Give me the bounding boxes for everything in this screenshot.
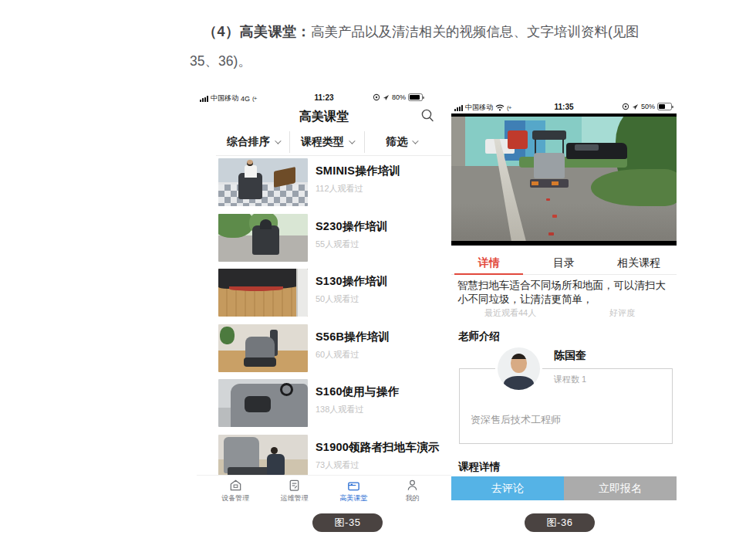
section-heading: （4）高美课堂：高美产品以及清洁相关的视频信息、文字培训资料(见图 35、36)… <box>190 17 714 76</box>
tab-detail[interactable]: 详情 <box>451 252 526 274</box>
status-right: 80% <box>373 93 423 101</box>
battery-percent: 80% <box>392 93 406 101</box>
thumb-trees <box>218 214 253 238</box>
thumb-machine <box>245 337 275 368</box>
teacher-course-count: 课程数 1 <box>554 374 586 385</box>
rotation-lock-icon <box>622 103 629 110</box>
scene-red-vehicle <box>508 130 528 149</box>
course-views: 55人观看过 <box>316 239 387 250</box>
teacher-job-title: 资深售后技术工程师 <box>471 413 561 427</box>
course-info: SMINIS操作培训 112人观看过 <box>316 158 400 206</box>
action-buttons: 去评论 立即报名 <box>451 476 677 500</box>
tab-label: 运维管理 <box>281 493 309 503</box>
course-views: 138人观看过 <box>316 404 399 415</box>
filter-sort-label: 综合排序 <box>227 135 270 149</box>
filter-filter[interactable]: 筛选 <box>364 131 438 153</box>
enroll-button[interactable]: 立即报名 <box>564 476 677 500</box>
course-thumbnail <box>218 379 308 427</box>
location-arrow-icon <box>632 103 639 110</box>
course-views: 60人观看过 <box>316 349 390 361</box>
course-row[interactable]: S230操作培训 55人观看过 <box>218 214 451 262</box>
tab-label: 我的 <box>406 493 420 503</box>
rating-label: 好评度 <box>609 307 635 319</box>
chevron-down-icon <box>412 137 418 144</box>
thumb-floor <box>218 185 308 206</box>
thumb-wall <box>296 269 308 317</box>
course-thumbnail <box>218 269 308 317</box>
scene-litter <box>546 198 550 201</box>
active-tab-underline <box>454 273 523 275</box>
filter-bar: 综合排序 课程类型 筛选 <box>216 131 438 153</box>
filter-sort[interactable]: 综合排序 <box>216 131 289 153</box>
battery-icon <box>408 93 423 101</box>
filter-filter-label: 筛选 <box>386 135 407 149</box>
tab-related-courses[interactable]: 相关课程 <box>602 252 677 274</box>
course-views: 73人观看过 <box>316 459 440 471</box>
course-views: 112人观看过 <box>316 183 400 195</box>
phone-screenshot-classroom-list: 中国移动 4G (+ 11:23 80% 高美课堂 <box>197 91 451 503</box>
scene-litter <box>548 232 554 235</box>
status-bar: 中国移动 4G (+ 11:23 80% <box>197 93 451 104</box>
section-heading-text: 高美产品以及清洁相关的视频信息、文字培训资料(见图 <box>311 24 640 39</box>
thumb-person <box>267 454 285 476</box>
person-icon <box>405 478 420 493</box>
course-thumbnail <box>218 158 308 206</box>
teacher-name: 陈国奎 <box>554 349 586 363</box>
scene-hedge <box>591 169 677 206</box>
filter-type-label: 课程类型 <box>301 135 344 149</box>
course-list: SMINIS操作培训 112人观看过 S230操作培训 55人观看过 <box>197 158 451 490</box>
briefcase-icon <box>346 478 361 493</box>
tab-catalog[interactable]: 目录 <box>526 252 601 274</box>
sweeper-brushes <box>530 179 568 188</box>
thumb-machine <box>224 437 259 473</box>
course-title: SMINIS操作培训 <box>316 164 400 178</box>
teacher-section-title: 老师介绍 <box>458 330 500 344</box>
tab-classroom-active[interactable]: 高美课堂 <box>324 478 383 503</box>
course-stats: 最近观看44人 好评度 <box>451 307 677 318</box>
course-title: S160使用与操作 <box>316 385 399 399</box>
course-row[interactable]: SMINIS操作培训 112人观看过 <box>218 158 451 206</box>
manual-page: （4）高美课堂：高美产品以及清洁相关的视频信息、文字培训资料(见图 35、36)… <box>0 0 756 559</box>
course-title: S130操作培训 <box>316 274 387 289</box>
thumb-machine <box>218 269 308 289</box>
video-frame <box>451 117 677 241</box>
building-icon <box>228 478 243 493</box>
course-row[interactable]: S160使用与操作 138人观看过 <box>218 379 451 427</box>
battery-icon <box>657 103 672 110</box>
tab-label: 设备管理 <box>221 493 249 503</box>
filter-course-type[interactable]: 课程类型 <box>289 131 363 153</box>
course-row[interactable]: S130操作培训 50人观看过 <box>218 269 451 317</box>
bottom-tab-bar: 设备管理 运维管理 高美课堂 <box>197 475 451 503</box>
course-info: S230操作培训 55人观看过 <box>316 214 387 262</box>
figure-caption-35: 图-35 <box>312 513 383 532</box>
tab-device-management[interactable]: 设备管理 <box>206 478 265 503</box>
course-info: S160使用与操作 138人观看过 <box>316 379 399 427</box>
thumb-plant <box>220 327 235 344</box>
status-right: 50% <box>622 103 672 110</box>
course-title: S230操作培训 <box>316 219 387 234</box>
tab-label: 高美课堂 <box>339 493 367 503</box>
search-icon[interactable] <box>420 108 434 122</box>
course-thumbnail <box>218 214 308 262</box>
comment-button[interactable]: 去评论 <box>451 476 564 500</box>
course-title: S1900领路者扫地车演示 <box>316 440 440 455</box>
course-row[interactable]: S56B操作培训 60人观看过 <box>218 324 451 372</box>
video-player[interactable] <box>451 113 677 246</box>
course-info: S56B操作培训 60人观看过 <box>316 324 390 372</box>
section-heading-line2: 35、36)。 <box>190 53 251 69</box>
chevron-down-icon <box>349 137 355 144</box>
phone-screenshot-course-detail: 中国移动 (+ 11:35 50% <box>451 100 677 500</box>
sweeper-body <box>534 153 565 178</box>
tab-mine[interactable]: 我的 <box>383 478 443 503</box>
tab-ops-management[interactable]: 运维管理 <box>265 478 325 503</box>
scene-black-car <box>566 143 627 159</box>
thumb-machine <box>231 384 308 427</box>
status-bar: 中国移动 (+ 11:35 50% <box>451 102 677 113</box>
thumb-person <box>245 165 257 178</box>
sweeper-canopy <box>532 130 566 140</box>
course-detail-section-title: 课程详情 <box>458 460 500 474</box>
detail-tabs: 详情 目录 相关课程 <box>451 252 677 274</box>
scene-sweeper-machine <box>532 130 566 190</box>
rotation-lock-icon <box>373 93 380 101</box>
course-description: 智慧扫地车适合不同场所和地面，可以清扫大小不同垃圾，让清洁更简单， <box>457 279 675 306</box>
